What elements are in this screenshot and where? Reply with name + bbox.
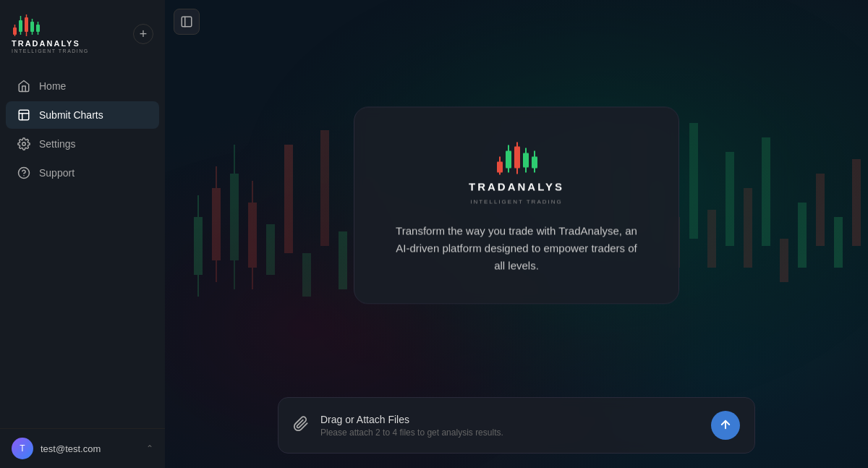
svg-point-18 — [22, 142, 26, 146]
logo-icon — [12, 14, 41, 36]
svg-rect-62 — [506, 150, 511, 168]
svg-rect-57 — [182, 17, 192, 27]
file-attach-area[interactable]: Drag or Attach Files Please attach 2 to … — [278, 397, 755, 454]
settings-icon — [17, 137, 30, 150]
user-info[interactable]: T test@test.com — [12, 438, 101, 459]
attach-subtitle: Please attach 2 to 4 files to get analys… — [320, 427, 699, 438]
support-icon — [17, 166, 30, 179]
upload-button[interactable] — [711, 411, 740, 440]
svg-rect-59 — [497, 161, 503, 172]
card-description: Transform the way you trade with TradAna… — [393, 222, 639, 274]
attach-title: Drag or Attach Files — [320, 414, 699, 425]
logo-name: TRADANALYS — [12, 39, 80, 48]
toggle-sidebar-button[interactable] — [174, 9, 200, 35]
avatar: T — [12, 438, 33, 459]
logo: TRADANALYS INTELLIGENT TRADING — [12, 14, 89, 54]
svg-rect-68 — [523, 153, 529, 167]
sidebar-item-home-label: Home — [39, 80, 66, 92]
svg-rect-65 — [514, 146, 520, 168]
sidebar-item-support[interactable]: Support — [6, 159, 159, 187]
submit-charts-icon — [17, 109, 30, 122]
sidebar-item-submit-charts-label: Submit Charts — [39, 109, 103, 121]
welcome-card: TRADANALYS INTELLIGENT TRADING Transform… — [354, 106, 679, 304]
sidebar-item-settings[interactable]: Settings — [6, 130, 159, 158]
sidebar-item-settings-label: Settings — [39, 138, 76, 150]
svg-rect-0 — [13, 27, 17, 35]
sidebar-footer: T test@test.com ⌃ — [0, 428, 165, 468]
user-email: test@test.com — [41, 443, 101, 454]
svg-rect-6 — [25, 17, 28, 32]
card-logo-name: TRADANALYS — [469, 180, 564, 192]
sidebar-item-home[interactable]: Home — [6, 72, 159, 100]
logo-subtitle: INTELLIGENT TRADING — [12, 48, 89, 54]
svg-rect-12 — [36, 25, 40, 32]
svg-rect-15 — [19, 110, 29, 120]
paperclip-icon — [293, 416, 309, 435]
upload-arrow-icon — [719, 418, 732, 433]
card-logo-subtitle: INTELLIGENT TRADING — [470, 198, 563, 205]
add-button[interactable]: + — [133, 24, 153, 44]
home-icon — [17, 80, 30, 93]
sidebar-item-submit-charts[interactable]: Submit Charts — [6, 101, 159, 129]
main-content: TRADANALYS INTELLIGENT TRADING Transform… — [165, 0, 868, 468]
svg-rect-71 — [532, 156, 537, 168]
card-logo: TRADANALYS INTELLIGENT TRADING — [469, 142, 564, 205]
sidebar-item-support-label: Support — [39, 167, 75, 179]
sidebar-header: TRADANALYS INTELLIGENT TRADING + — [0, 0, 165, 65]
svg-rect-3 — [19, 20, 22, 32]
sidebar: TRADANALYS INTELLIGENT TRADING + Home — [0, 0, 165, 468]
chevron-up-icon: ⌃ — [146, 443, 153, 454]
card-logo-icon — [495, 142, 538, 174]
attach-text-area: Drag or Attach Files Please attach 2 to … — [320, 414, 699, 438]
svg-rect-9 — [30, 22, 34, 32]
sidebar-nav: Home Submit Charts Settings — [0, 65, 165, 428]
